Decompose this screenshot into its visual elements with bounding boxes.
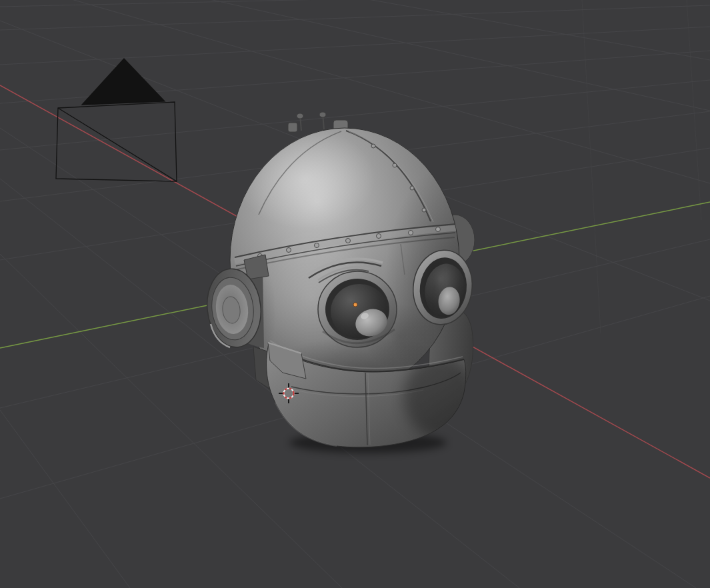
rivet	[371, 144, 375, 148]
rivet	[377, 234, 381, 239]
left-eye	[318, 271, 397, 347]
rivet	[436, 227, 441, 232]
rivet	[287, 248, 291, 253]
object-origin-dot	[353, 303, 357, 307]
rivet	[410, 186, 414, 190]
rivet	[346, 239, 351, 243]
viewport-3d[interactable]	[0, 0, 710, 588]
rivet	[409, 231, 413, 235]
rivet	[422, 208, 426, 212]
rivet	[315, 243, 319, 248]
rivet	[393, 163, 397, 167]
